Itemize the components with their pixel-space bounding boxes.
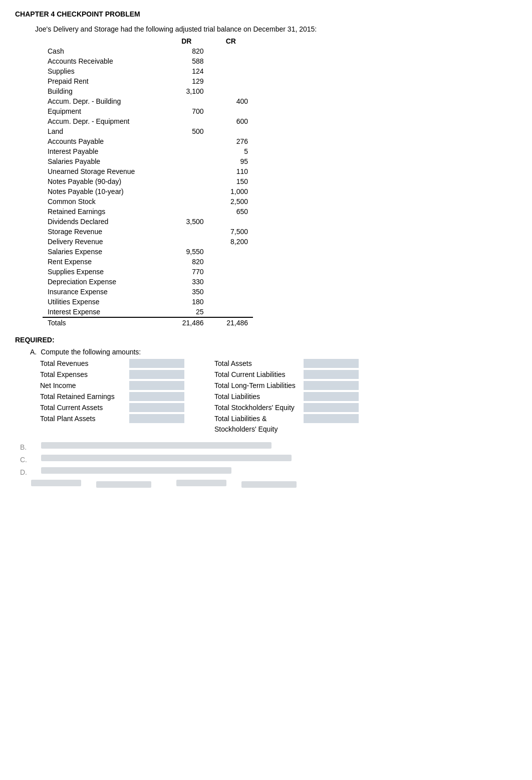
compute-row: Total Expenses [40, 370, 184, 379]
dr-cell [164, 186, 208, 197]
dr-cell: 500 [164, 126, 208, 136]
cr-cell [209, 257, 253, 267]
compute-row: Stockholders' Equity [214, 425, 359, 433]
account-cell: Notes Payable (90-day) [43, 176, 164, 186]
compute-row-input[interactable] [129, 359, 184, 368]
dr-cell: 350 [164, 287, 208, 297]
compute-row-label: Total Assets [214, 359, 300, 367]
dr-cell [164, 197, 208, 207]
cr-cell: 276 [209, 136, 253, 146]
dr-cell: 3,100 [164, 86, 208, 96]
account-cell: Common Stock [43, 197, 164, 207]
compute-row-input[interactable] [129, 403, 184, 412]
table-row: Supplies Expense770 [43, 267, 253, 277]
table-row: Building3,100 [43, 86, 253, 96]
cr-cell: 150 [209, 176, 253, 186]
cr-cell [209, 307, 253, 317]
compute-row-input[interactable] [129, 370, 184, 379]
table-row: Accum. Depr. - Equipment600 [43, 116, 253, 126]
account-cell: Supplies [43, 66, 164, 76]
left-compute-col: Total RevenuesTotal ExpensesNet IncomeTo… [40, 359, 184, 433]
compute-row-label: Total Plant Assets [40, 415, 125, 423]
account-cell: Notes Payable (10-year) [43, 186, 164, 197]
compute-row: Total Liabilities & [214, 414, 359, 423]
cr-cell: 21,486 [209, 317, 253, 328]
compute-row-label: Net Income [40, 381, 125, 389]
cr-cell [209, 126, 253, 136]
cr-cell [209, 297, 253, 307]
compute-row-input[interactable] [304, 392, 359, 401]
table-row: Dividends Declared3,500 [43, 217, 253, 227]
cr-cell [209, 277, 253, 287]
cr-cell: 110 [209, 166, 253, 176]
blurred-line-c [41, 455, 292, 461]
compute-row-label: Total Revenues [40, 359, 125, 367]
compute-row: Net Income [40, 381, 184, 390]
table-row: Rent Expense820 [43, 257, 253, 267]
compute-row-label: Total Current Liabilities [214, 370, 300, 378]
compute-row-input[interactable] [129, 414, 184, 423]
table-row: Depreciation Expense330 [43, 277, 253, 287]
compute-row-label: Total Expenses [40, 370, 125, 378]
compute-row-label: Total Current Assets [40, 404, 125, 412]
dr-cell [164, 146, 208, 156]
compute-row: Total Plant Assets [40, 414, 184, 423]
table-row: Totals21,48621,486 [43, 317, 253, 328]
account-cell: Retained Earnings [43, 207, 164, 217]
dr-cell [164, 136, 208, 146]
a-text: Compute the following amounts: [41, 348, 141, 356]
dr-cell [164, 176, 208, 186]
compute-row-input[interactable] [304, 359, 359, 368]
table-row: Equipment700 [43, 106, 253, 116]
dr-cell [164, 166, 208, 176]
account-cell: Land [43, 126, 164, 136]
compute-row-label: Stockholders' Equity [214, 425, 300, 433]
dr-cell [164, 237, 208, 247]
compute-row-input[interactable] [304, 381, 359, 390]
account-cell: Building [43, 86, 164, 96]
compute-row-label: Total Liabilities & [214, 415, 300, 423]
right-compute-col: Total AssetsTotal Current LiabilitiesTot… [214, 359, 359, 433]
compute-row-input[interactable] [304, 403, 359, 412]
a-label: A. [30, 348, 37, 356]
cr-cell: 7,500 [209, 227, 253, 237]
dr-cell: 770 [164, 267, 208, 277]
compute-row-input[interactable] [304, 414, 359, 423]
required-label: REQUIRED: [15, 336, 517, 344]
compute-row-input[interactable] [129, 381, 184, 390]
table-row: Unearned Storage Revenue110 [43, 166, 253, 176]
dr-cell [164, 116, 208, 126]
blurred-line-d2 [31, 480, 81, 486]
cr-cell [209, 66, 253, 76]
compute-row: Total Retained Earnings [40, 392, 184, 401]
intro-text: Joe's Delivery and Storage had the follo… [35, 25, 517, 33]
dr-cell: 124 [164, 66, 208, 76]
account-cell: Interest Expense [43, 307, 164, 317]
compute-grid: Total RevenuesTotal ExpensesNet IncomeTo… [40, 359, 517, 433]
account-cell: Utilities Expense [43, 297, 164, 307]
dr-cell: 9,550 [164, 247, 208, 257]
compute-row-label: Total Long-Term Liabilities [214, 381, 300, 389]
compute-row: Total Long-Term Liabilities [214, 381, 359, 390]
compute-row-label: Total Retained Earnings [40, 393, 125, 401]
dr-cell: 25 [164, 307, 208, 317]
cr-cell: 650 [209, 207, 253, 217]
account-cell: Interest Payable [43, 146, 164, 156]
compute-row: Total Liabilities [214, 392, 359, 401]
table-row: Accum. Depr. - Building400 [43, 96, 253, 106]
cr-cell [209, 267, 253, 277]
account-header [43, 36, 164, 46]
table-row: Delivery Revenue8,200 [43, 237, 253, 247]
dr-cell [164, 227, 208, 237]
account-cell: Unearned Storage Revenue [43, 166, 164, 176]
compute-row-input[interactable] [129, 392, 184, 401]
dr-cell: 21,486 [164, 317, 208, 328]
dr-cell: 129 [164, 76, 208, 86]
compute-row-input[interactable] [304, 370, 359, 379]
dr-cell: 820 [164, 46, 208, 56]
account-cell: Cash [43, 46, 164, 56]
dr-cell [164, 156, 208, 166]
table-row: Retained Earnings650 [43, 207, 253, 217]
dr-cell: 820 [164, 257, 208, 267]
dr-cell: 588 [164, 56, 208, 66]
